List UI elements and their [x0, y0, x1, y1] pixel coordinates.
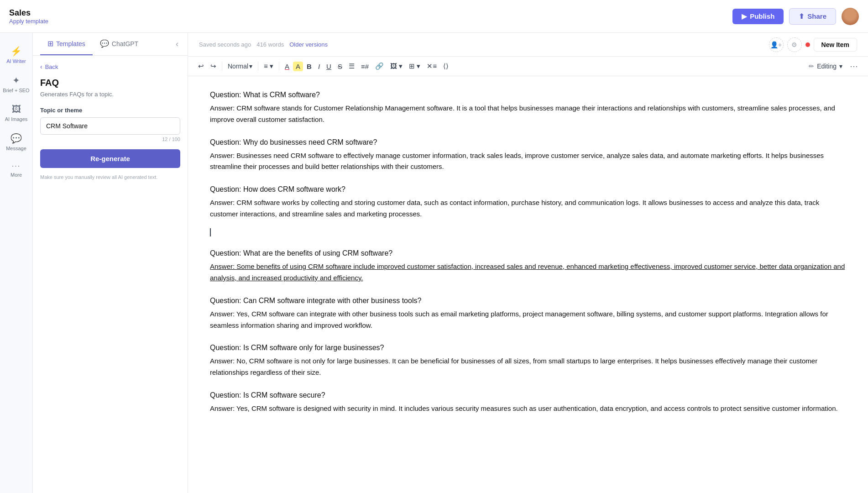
format-selector[interactable]: Normal ▾	[225, 61, 255, 72]
publish-icon: ▶	[742, 12, 747, 21]
side-panel-tabs: ⊞ Templates 💬 ChatGPT ‹	[33, 33, 188, 56]
edit-icon: ✏	[809, 63, 814, 70]
sidebar-label-brief-seo: Brief + SEO	[3, 88, 29, 93]
numbered-list-button[interactable]: ≡#	[358, 61, 371, 72]
topbar-brand: Sales Apply template	[9, 8, 48, 25]
faq-question: Question: Is CRM software secure?	[210, 391, 846, 399]
topbar-actions: ▶ Publish ⬆ Share	[732, 8, 859, 25]
faq-block: Question: Is CRM software secure?Answer:…	[210, 391, 846, 414]
highlight-button[interactable]: A	[293, 62, 303, 71]
back-link[interactable]: ‹ Back	[40, 63, 180, 70]
faq-question: Question: Is CRM software only for large…	[210, 344, 846, 352]
star-icon: ✦	[12, 75, 20, 86]
toolbar-divider-2	[258, 62, 258, 71]
redo-button[interactable]: ↪	[208, 60, 219, 72]
topbar: Sales Apply template ▶ Publish ⬆ Share	[0, 0, 868, 33]
topic-input[interactable]	[40, 117, 180, 135]
faq-question: Question: What is CRM software?	[210, 91, 846, 99]
editor-topbar: Saved seconds ago 416 words Older versio…	[188, 33, 868, 57]
bold-button[interactable]: B	[304, 61, 314, 72]
bullet-list-button[interactable]: ☰	[346, 60, 357, 72]
faq-block: Question: What is CRM software?Answer: C…	[210, 91, 846, 126]
chatgpt-icon: 💬	[100, 39, 109, 48]
faq-question: Question: How does CRM software work?	[210, 185, 846, 194]
clear-format-button[interactable]: ✕≡	[424, 60, 439, 72]
strikethrough-button[interactable]: S	[335, 61, 345, 72]
chevron-down-icon-2: ▾	[839, 63, 842, 70]
sidebar-item-message[interactable]: 💬 Message	[0, 127, 32, 157]
side-panel-content: ‹ Back FAQ Generates FAQs for a topic. T…	[33, 56, 188, 493]
settings-button[interactable]: ⚙	[787, 37, 802, 52]
undo-button[interactable]: ↩	[195, 60, 207, 72]
message-icon: 💬	[10, 133, 22, 144]
faq-answer: Answer: No, CRM software is not only for…	[210, 356, 846, 378]
back-arrow-icon: ‹	[40, 63, 42, 70]
avatar[interactable]	[842, 8, 859, 25]
chevron-down-icon: ▾	[249, 63, 252, 70]
link-button[interactable]: 🔗	[372, 60, 387, 72]
sidebar-item-brief-seo[interactable]: ✦ Brief + SEO	[0, 69, 32, 99]
editor-content[interactable]: Question: What is CRM software?Answer: C…	[188, 76, 868, 493]
align-button[interactable]: ≡ ▾	[261, 60, 276, 72]
main-layout: ⚡ AI Writer ✦ Brief + SEO 🖼 AI Images 💬 …	[0, 33, 868, 493]
template-title: FAQ	[40, 78, 180, 88]
italic-button[interactable]: I	[315, 61, 323, 72]
faq-answer: Answer: Some benefits of using CRM softw…	[210, 261, 846, 284]
share-button[interactable]: ⬆ Share	[789, 8, 836, 25]
toolbar-divider-1	[222, 62, 222, 71]
status-dot	[805, 42, 810, 47]
sidebar-item-more[interactable]: ··· More	[0, 157, 32, 183]
ai-disclaimer: Make sure you manually review all AI gen…	[40, 173, 180, 181]
sidebar-label-message: Message	[6, 146, 26, 151]
lightning-icon: ⚡	[10, 46, 22, 57]
faq-block: Question: Can CRM software integrate wit…	[210, 297, 846, 331]
older-versions-link[interactable]: Older versions	[289, 41, 328, 48]
editor-meta: Saved seconds ago 416 words Older versio…	[199, 41, 328, 48]
publish-button[interactable]: ▶ Publish	[732, 9, 784, 24]
char-count: 12 / 100	[40, 136, 180, 142]
saved-status: Saved seconds ago	[199, 41, 251, 48]
collapse-panel-button[interactable]: ‹	[174, 33, 180, 55]
faq-answer: Answer: Yes, CRM software is designed wi…	[210, 403, 846, 414]
image-icon: 🖼	[12, 104, 21, 115]
underline-button[interactable]: U	[324, 61, 334, 72]
faq-answer: Answer: CRM software stands for Customer…	[210, 103, 846, 126]
faq-question: Question: What are the benefits of using…	[210, 249, 846, 257]
faq-block: Question: How does CRM software work?Ans…	[210, 185, 846, 236]
more-options-button[interactable]: ⋯	[847, 59, 861, 73]
faq-block: Question: What are the benefits of using…	[210, 249, 846, 284]
sidebar-label-ai-images: AI Images	[5, 116, 28, 122]
sidebar-item-ai-writer[interactable]: ⚡ AI Writer	[0, 40, 32, 69]
sidebar-label-more: More	[10, 172, 22, 178]
faq-block: Question: Why do businesses need CRM sof…	[210, 138, 846, 173]
icon-sidebar: ⚡ AI Writer ✦ Brief + SEO 🖼 AI Images 💬 …	[0, 33, 33, 493]
faq-question: Question: Can CRM software integrate wit…	[210, 297, 846, 305]
word-count: 416 words	[256, 41, 284, 48]
special-char-button[interactable]: ⟨⟩	[440, 60, 451, 72]
apply-template-link[interactable]: Apply template	[9, 18, 48, 25]
text-cursor	[210, 228, 211, 236]
editor-actions: 👤+ ⚙ New Item	[769, 37, 857, 52]
table-button[interactable]: ⊞ ▾	[406, 60, 423, 72]
faq-container: Question: What is CRM software?Answer: C…	[210, 91, 846, 414]
add-user-button[interactable]: 👤+	[769, 37, 784, 52]
gear-icon: ⚙	[791, 41, 797, 48]
faq-answer: Answer: Businesses need CRM software to …	[210, 150, 846, 173]
new-item-button[interactable]: New Item	[814, 38, 857, 52]
editor-area: Saved seconds ago 416 words Older versio…	[188, 33, 868, 493]
sales-title: Sales	[9, 8, 48, 18]
editing-mode-button[interactable]: ✏ Editing ▾	[805, 61, 846, 72]
regenerate-button[interactable]: Re-generate	[40, 149, 180, 168]
image-button[interactable]: 🖼 ▾	[387, 60, 405, 72]
tab-templates[interactable]: ⊞ Templates	[40, 33, 93, 55]
faq-answer: Answer: CRM software works by collecting…	[210, 197, 846, 220]
template-description: Generates FAQs for a topic.	[40, 91, 180, 98]
sidebar-item-ai-images[interactable]: 🖼 AI Images	[0, 99, 32, 127]
text-color-button[interactable]: A	[282, 61, 292, 72]
templates-icon: ⊞	[47, 39, 53, 48]
side-panel: ⊞ Templates 💬 ChatGPT ‹ ‹ Back FAQ Gener…	[33, 33, 188, 493]
faq-question: Question: Why do businesses need CRM sof…	[210, 138, 846, 147]
field-label: Topic or theme	[40, 107, 180, 114]
tab-chatgpt[interactable]: 💬 ChatGPT	[93, 33, 146, 55]
add-user-icon: 👤+	[770, 41, 782, 48]
